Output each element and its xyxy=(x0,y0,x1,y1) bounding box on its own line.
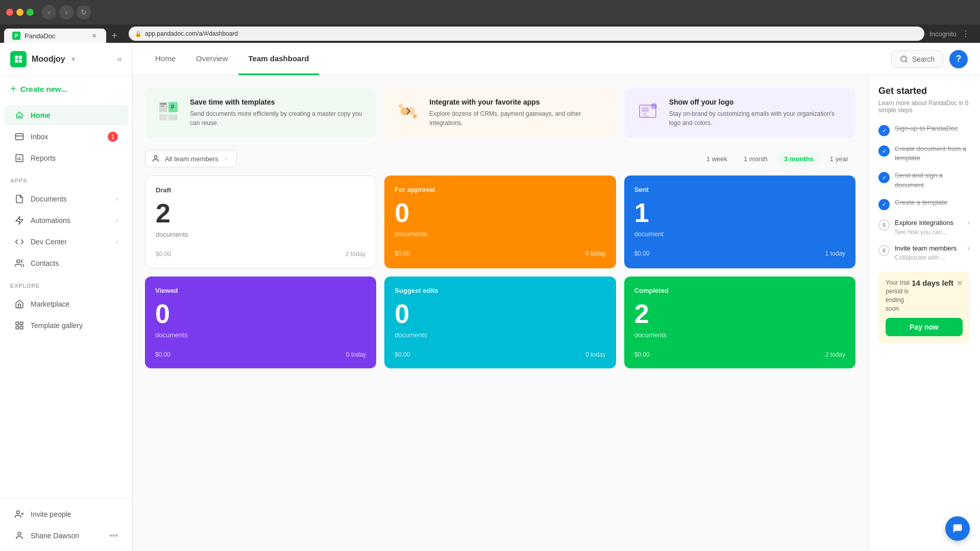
sidebar-item-automations[interactable]: Automations › xyxy=(4,210,128,231)
stat-card-sent[interactable]: Sent 1 document $0.00 1 today xyxy=(624,176,855,268)
search-button[interactable]: Search xyxy=(891,51,943,68)
trial-days-label: 14 days left xyxy=(912,279,953,287)
svg-point-37 xyxy=(154,156,157,158)
contacts-icon xyxy=(14,258,24,268)
sidebar: Moodjoy ▼ « + Create new... Home Inbox 1 xyxy=(0,43,133,551)
sidebar-footer: Invite people Shane Dawson ••• xyxy=(0,498,132,551)
sidebar-explore-nav: Marketplace Template gallery xyxy=(0,291,132,339)
address-bar[interactable]: 🔒 app.pandadoc.com/a/#/dashboard xyxy=(129,27,924,41)
svg-rect-13 xyxy=(16,327,18,329)
step-invite-team[interactable]: 6 Invite team members Collaborate with .… xyxy=(878,244,970,261)
time-filter-year[interactable]: 1 year xyxy=(823,152,855,166)
new-tab-btn[interactable]: + xyxy=(107,29,121,43)
time-filter-week[interactable]: 1 week xyxy=(699,152,734,166)
automations-chevron-icon: › xyxy=(116,217,118,224)
tab-title: PandaDoc xyxy=(24,32,56,40)
feature-cards-section: # Save time with templates Send document… xyxy=(145,88,855,138)
inbox-badge: 1 xyxy=(108,132,118,142)
svg-rect-33 xyxy=(642,107,649,112)
sidebar-item-invite-people[interactable]: Invite people xyxy=(4,504,128,524)
sidebar-collapse-btn[interactable]: « xyxy=(117,55,122,64)
help-icon: ? xyxy=(956,54,962,64)
svg-rect-1 xyxy=(19,56,22,59)
reload-btn[interactable]: ↻ xyxy=(77,5,91,19)
step-signup[interactable]: ✓ Sign-up to PandaDoc xyxy=(878,124,970,136)
viewed-today: 0 today xyxy=(346,351,366,358)
tab-home[interactable]: Home xyxy=(145,43,186,75)
sidebar-item-inbox[interactable]: Inbox 1 xyxy=(4,127,128,147)
pandadoc-favicon: P xyxy=(12,32,20,40)
forward-btn[interactable]: › xyxy=(59,5,74,19)
step-5-content: Explore integrations See how you can... xyxy=(895,218,962,236)
sidebar-item-home-label: Home xyxy=(31,111,51,119)
automations-icon xyxy=(14,215,24,226)
sidebar-item-marketplace[interactable]: Marketplace xyxy=(4,294,128,314)
tab-overview[interactable]: Overview xyxy=(186,43,238,75)
feature-card-integrations[interactable]: Integrate with your favorite apps Explor… xyxy=(384,88,616,138)
org-dropdown-icon[interactable]: ▼ xyxy=(70,56,77,63)
stat-card-for-approval[interactable]: For approval 0 documents $0.00 0 today xyxy=(384,176,616,268)
sidebar-item-documents[interactable]: Documents › xyxy=(4,189,128,209)
tab-team-dashboard[interactable]: Team dashboard xyxy=(238,43,320,75)
window-minimize-btn[interactable] xyxy=(16,9,23,16)
stat-card-suggest-edits[interactable]: Suggest edits 0 documents $0.00 0 today xyxy=(384,277,616,368)
step-create-template[interactable]: ✓ Create a template xyxy=(878,198,970,210)
step-create-doc[interactable]: ✓ Create document from a template xyxy=(878,144,970,163)
user-menu-icon[interactable]: ••• xyxy=(109,531,118,540)
apps-section-label: APPS xyxy=(0,171,132,186)
tab-close-btn[interactable]: ✕ xyxy=(90,32,98,40)
address-url: app.pandadoc.com/a/#/dashboard xyxy=(145,30,238,37)
pay-now-button[interactable]: Pay now xyxy=(886,318,963,336)
svg-point-18 xyxy=(18,532,21,535)
plus-icon: + xyxy=(10,83,16,95)
svg-point-30 xyxy=(399,104,403,108)
sent-amount: $0.00 xyxy=(634,250,650,257)
sidebar-item-reports[interactable]: Reports xyxy=(4,148,128,168)
window-close-btn[interactable] xyxy=(6,9,13,16)
step-send-sign[interactable]: ✓ Send and sign a document xyxy=(878,171,970,189)
create-new-button[interactable]: + Create new... xyxy=(0,76,132,102)
main-content: # Save time with templates Send document… xyxy=(133,76,868,551)
browser-tab-bar: P PandaDoc ✕ + 🔒 app.pandadoc.com/a/#/da… xyxy=(0,24,980,43)
sent-today: 1 today xyxy=(825,250,845,257)
time-filter-month[interactable]: 1 month xyxy=(737,152,775,166)
stat-card-draft[interactable]: Draft 2 documents $0.00 2 today xyxy=(145,176,376,268)
time-filter-3months[interactable]: 3 months xyxy=(777,152,821,166)
logo-card-icon xyxy=(634,98,661,124)
sidebar-item-marketplace-label: Marketplace xyxy=(31,300,69,308)
sidebar-item-home[interactable]: Home xyxy=(4,105,128,126)
svg-rect-14 xyxy=(20,327,23,329)
feature-card-templates[interactable]: # Save time with templates Send document… xyxy=(145,88,376,138)
svg-point-29 xyxy=(407,107,415,115)
templates-card-text: Save time with templates Send documents … xyxy=(190,98,366,128)
back-btn[interactable]: ‹ xyxy=(42,5,56,19)
svg-rect-11 xyxy=(16,322,18,324)
for-approval-docs-label: documents xyxy=(395,230,605,238)
draft-today: 2 today xyxy=(346,251,365,258)
stat-card-completed[interactable]: Completed 2 documents $0.00 2 today xyxy=(624,277,855,368)
trial-close-btn[interactable]: ✕ xyxy=(957,279,963,287)
sidebar-item-user[interactable]: Shane Dawson ••• xyxy=(4,525,128,546)
window-maximize-btn[interactable] xyxy=(27,9,34,16)
sidebar-item-contacts[interactable]: Contacts xyxy=(4,253,128,273)
time-filter-buttons: 1 week 1 month 3 months 1 year xyxy=(699,152,855,166)
browser-tab-pandadoc[interactable]: P PandaDoc ✕ xyxy=(4,29,106,43)
trial-info-row: Your trial period is ending soon 14 days… xyxy=(886,279,963,313)
sidebar-item-contacts-label: Contacts xyxy=(31,259,59,267)
sidebar-item-dev-center[interactable]: Dev Center › xyxy=(4,232,128,252)
sidebar-item-template-gallery-label: Template gallery xyxy=(31,321,83,330)
chat-button[interactable] xyxy=(945,516,970,541)
help-button[interactable]: ? xyxy=(949,50,968,68)
feature-card-logo[interactable]: Show off your logo Stay on-brand by cust… xyxy=(624,88,855,138)
trial-text: Your trial period is ending soon xyxy=(886,279,912,313)
step-explore-integrations[interactable]: 5 Explore integrations See how you can..… xyxy=(878,218,970,236)
sidebar-main-nav: Home Inbox 1 Reports xyxy=(0,102,132,171)
for-approval-today: 0 today xyxy=(585,250,605,257)
stat-card-viewed[interactable]: Viewed 0 documents $0.00 0 today xyxy=(145,277,376,368)
sidebar-item-template-gallery[interactable]: Template gallery xyxy=(4,315,128,336)
step-6-content: Invite team members Collaborate with ... xyxy=(895,244,962,261)
browser-menu-icon[interactable]: ⋮ xyxy=(962,29,970,39)
svg-line-20 xyxy=(905,61,907,62)
team-filter-dropdown[interactable]: All team members xyxy=(145,150,237,167)
sidebar-header: Moodjoy ▼ « xyxy=(0,43,132,76)
